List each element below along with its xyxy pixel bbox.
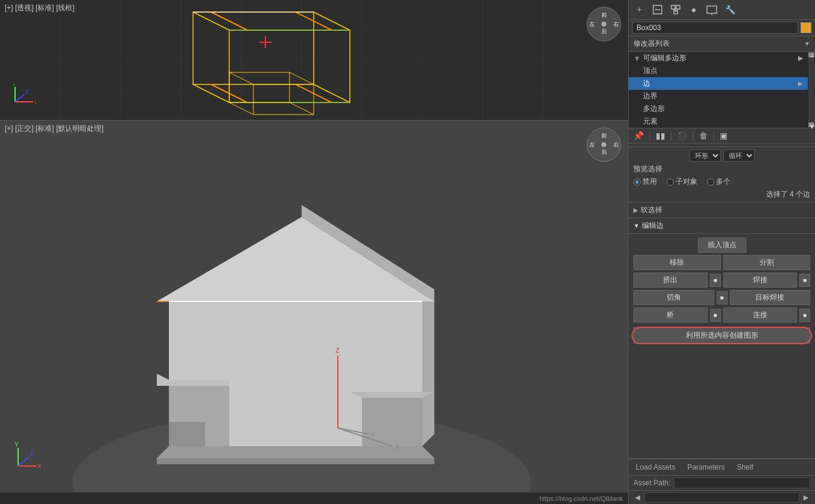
wireframe-svg: [0, 0, 628, 121]
weld-settings[interactable]: ■: [799, 274, 810, 287]
object-color-swatch[interactable]: [801, 22, 811, 33]
radio-multiple[interactable]: 多个: [707, 177, 731, 187]
insert-vertex-button[interactable]: 插入顶点: [698, 238, 746, 253]
svg-text:Z: Z: [335, 347, 340, 354]
soft-selection-label: 软选择: [641, 205, 662, 215]
viewport-bottom-label: [+] [正交] [标准] [默认明暗处理]: [5, 124, 104, 134]
modifier-toggle-poly[interactable]: ▶: [798, 54, 803, 62]
tab-parameters[interactable]: Parameters: [685, 462, 727, 473]
edit-edge-section: 插入顶点 移除 分割 挤出 ■ 焊接 ■ 切角 ■ 目标焊接 桥: [629, 234, 815, 458]
object-name-input[interactable]: [632, 22, 798, 34]
modifier-sub-polygon[interactable]: 多边形: [629, 102, 808, 115]
nav-gizmo-top[interactable]: 前 后 左 右: [586, 6, 622, 42]
soft-selection-header[interactable]: ▶ 软选择: [629, 203, 815, 218]
modifier-sub-edge[interactable]: 边 ▶: [629, 77, 808, 90]
status-url: https://blog.csdn.net/Qiblank: [539, 495, 623, 502]
create-shape-button[interactable]: 利用所选内容创建图形: [633, 327, 810, 344]
modifier-name-element: 元素: [643, 116, 658, 127]
nav-gizmo-bottom[interactable]: 前 后 左 右: [586, 127, 622, 163]
config-icon[interactable]: ▣: [720, 131, 728, 140]
nav-right-arrow[interactable]: ►: [802, 493, 810, 502]
chamfer-targetweld-row: 切角 ■ 目标焊接: [633, 290, 810, 305]
motion-icon[interactable]: ●: [687, 2, 701, 17]
radio-subobject[interactable]: 子对象: [667, 177, 697, 187]
scroll-down-btn[interactable]: ▼: [808, 122, 814, 127]
right-toolbar: ＋ ●: [629, 0, 815, 20]
display-icon[interactable]: [705, 2, 719, 17]
asset-path-input[interactable]: [674, 477, 810, 488]
svg-text:Y: Y: [14, 442, 19, 448]
connect-button[interactable]: 连接: [723, 307, 798, 323]
svg-rect-83: [671, 5, 675, 9]
edit-edge-header[interactable]: ▼ 编辑边: [629, 218, 815, 234]
selection-count: 选择了 4 个边: [633, 189, 810, 200]
pin-icon[interactable]: 📌: [633, 131, 644, 140]
utility-icon[interactable]: 🔧: [723, 2, 737, 17]
svg-marker-60: [169, 422, 205, 446]
viewport-bottom[interactable]: [+] [正交] [标准] [默认明暗处理]: [0, 121, 628, 492]
remove-split-row: 移除 分割: [633, 255, 810, 270]
axes-svg-top: X Y Z: [12, 84, 36, 108]
hierarchy-svg: [670, 4, 681, 15]
svg-text:右: 右: [614, 21, 619, 27]
modifier-sub-vertex[interactable]: 顶点: [629, 65, 808, 77]
tab-load-assets[interactable]: Load Assets: [633, 462, 677, 473]
radio-row: 禁用 子对象 多个: [633, 177, 810, 187]
svg-rect-88: [707, 6, 717, 13]
weld-button[interactable]: 焊接: [723, 272, 798, 288]
bridge-settings[interactable]: ■: [710, 309, 721, 322]
remove-button[interactable]: 移除: [633, 255, 721, 270]
scroll-up-btn[interactable]: ▲: [808, 52, 814, 57]
tab-shelf[interactable]: Shelf: [734, 462, 755, 473]
svg-text:前: 前: [601, 12, 607, 18]
asset-path-row: Asset Path:: [629, 475, 815, 490]
chamfer-button[interactable]: 切角: [633, 290, 714, 305]
svg-rect-84: [676, 5, 680, 9]
target-weld-button[interactable]: 目标焊接: [730, 290, 811, 305]
svg-text:Y: Y: [370, 432, 375, 439]
nav-left-arrow[interactable]: ◄: [633, 493, 642, 502]
modifier-sub-element[interactable]: 元素: [629, 115, 808, 128]
modifier-list-arrow[interactable]: ▼: [804, 40, 810, 47]
modifier-list-header[interactable]: 修改器列表 ▼: [629, 36, 815, 52]
svg-marker-52: [422, 289, 434, 446]
separator4: |: [712, 131, 715, 140]
connect-settings[interactable]: ■: [799, 309, 810, 322]
viewport-top-label: [+] [透视] [标准] [线框]: [5, 3, 75, 13]
delete-icon[interactable]: 🗑: [699, 131, 708, 140]
radio-multiple-dot: [707, 178, 714, 186]
stack-icon[interactable]: ▮▮: [656, 131, 665, 140]
loop-dropdown[interactable]: 循环: [723, 150, 755, 162]
extrude-button[interactable]: 挤出: [633, 272, 708, 288]
modifier-list-label: 修改器列表: [633, 39, 670, 49]
edit-edge-arrow: ▼: [633, 222, 639, 229]
extrude-settings[interactable]: ■: [710, 274, 721, 287]
modifier-item-editable-poly[interactable]: ▼ 可编辑多边形 ▶: [629, 52, 808, 65]
chamfer-settings[interactable]: ■: [717, 291, 728, 304]
radio-disable[interactable]: 禁用: [633, 177, 657, 187]
modifier-sub-border[interactable]: 边界: [629, 90, 808, 102]
modifier-stack-scrollbar[interactable]: ▲ ▼: [808, 52, 815, 128]
split-button[interactable]: 分割: [723, 255, 811, 270]
show-result-icon[interactable]: ⚫: [677, 131, 687, 140]
selection-controls: 环形 循环 预览选择 禁用 子对象: [629, 147, 815, 203]
hierarchy-icon[interactable]: [668, 2, 683, 17]
viewport-top[interactable]: [+] [透视] [标准] [线框]: [0, 0, 628, 121]
edge-toggle: ▶: [798, 80, 803, 87]
radio-subobject-label: 子对象: [676, 177, 697, 187]
modifier-icons-bar: 📌 | ▮▮ | ⚫ | 🗑 | ▣: [629, 128, 815, 143]
modifier-name-vertex: 顶点: [643, 66, 658, 76]
asset-path-label: Asset Path:: [633, 479, 670, 487]
svg-text:X: X: [37, 463, 42, 470]
svg-line-44: [15, 95, 24, 102]
modify-icon[interactable]: [650, 2, 665, 17]
svg-point-39: [601, 22, 606, 27]
bridge-button[interactable]: 桥: [633, 307, 708, 323]
modifier-expand-arrow: ▼: [633, 54, 641, 63]
svg-text:Z: Z: [30, 450, 34, 457]
svg-text:后: 后: [601, 28, 607, 34]
create-icon[interactable]: ＋: [632, 2, 647, 17]
modifier-name-editable-poly: 可编辑多边形: [643, 53, 798, 63]
ring-dropdown[interactable]: 环形: [690, 150, 721, 162]
right-panel: ＋ ●: [628, 0, 815, 504]
